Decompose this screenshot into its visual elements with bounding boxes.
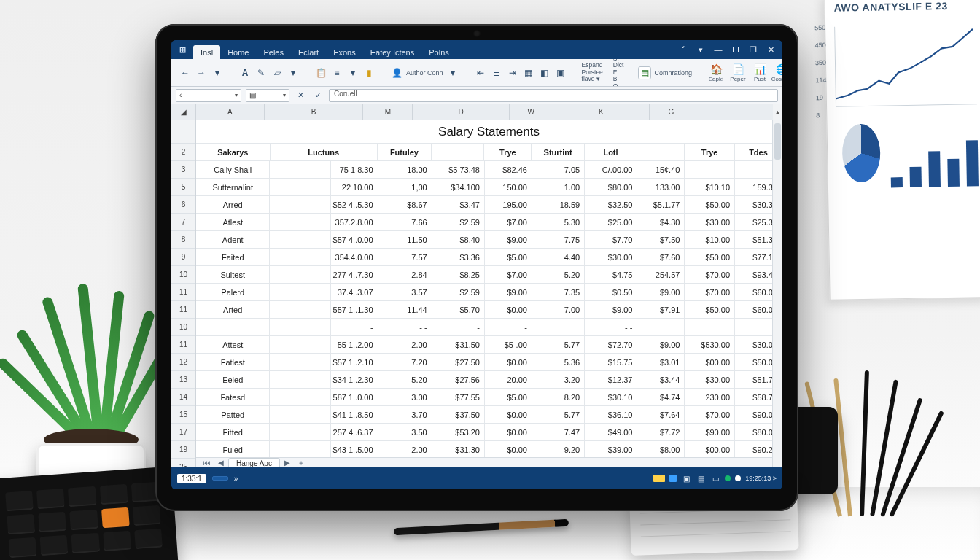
ribbon-tab-insl[interactable]: Insl: [193, 45, 220, 59]
list-icon[interactable]: ≣: [490, 66, 503, 79]
cell[interactable]: Fitted: [196, 424, 270, 441]
cell[interactable]: 7.75: [532, 231, 585, 249]
cell[interactable]: $49.00: [585, 424, 637, 441]
cell[interactable]: $3.44: [637, 371, 685, 389]
cell[interactable]: Cally Shall: [196, 161, 270, 179]
secondary-box[interactable]: ▤ ▾: [246, 89, 289, 102]
cell[interactable]: $57 1..2.10: [331, 354, 378, 371]
tray-app-icon[interactable]: [669, 475, 677, 482]
cell[interactable]: $70.00: [685, 284, 735, 301]
cell[interactable]: $82.46: [485, 161, 532, 179]
cell[interactable]: 7.66: [378, 214, 432, 231]
cell[interactable]: $3.01: [637, 354, 685, 371]
cell[interactable]: 2.00: [378, 336, 432, 354]
col-header-G[interactable]: G: [650, 104, 693, 120]
cell[interactable]: $50.00: [685, 196, 735, 214]
cell[interactable]: 5.20: [532, 266, 585, 284]
cell[interactable]: Palerd: [196, 284, 270, 301]
cell[interactable]: 5.20: [378, 371, 432, 389]
minimize-button[interactable]: —: [711, 44, 726, 55]
maximize-button[interactable]: [728, 44, 743, 55]
arrow-left-icon[interactable]: ‹: [179, 91, 182, 99]
cell[interactable]: Fatesd: [196, 389, 270, 406]
cell[interactable]: 18.59: [532, 196, 585, 214]
cell[interactable]: $70.00: [685, 406, 735, 424]
col-header-D[interactable]: D: [413, 104, 510, 120]
cell[interactable]: Fatlest: [196, 354, 270, 371]
name-box[interactable]: ‹ ▾: [176, 89, 241, 102]
cell[interactable]: 5.30: [532, 214, 585, 231]
cells-grid[interactable]: Salary StatementsSakarysLuctunsFutuleyTr…: [196, 120, 782, 457]
vertical-scrollbar[interactable]: ▲: [772, 120, 782, 467]
cell[interactable]: 8.20: [532, 389, 585, 406]
header-cell[interactable]: [432, 144, 484, 161]
cell[interactable]: $43 1..5.00: [331, 441, 378, 457]
cell[interactable]: $7.50: [637, 231, 685, 249]
cell[interactable]: $53.20: [432, 424, 485, 441]
cell[interactable]: [270, 249, 330, 266]
cell[interactable]: $31.30: [432, 441, 485, 457]
cell[interactable]: $8.67: [378, 196, 432, 214]
cell[interactable]: $9.00: [637, 336, 685, 354]
cell[interactable]: $50.00: [685, 301, 735, 319]
cell[interactable]: [270, 284, 330, 301]
cell[interactable]: $15.75: [585, 354, 637, 371]
cell[interactable]: $34.100: [432, 179, 485, 196]
cell[interactable]: [270, 266, 330, 284]
header-cell[interactable]: Luctuns: [271, 144, 378, 161]
cell[interactable]: $9.00: [637, 284, 685, 301]
row-header-2[interactable]: 2: [171, 144, 195, 161]
cell[interactable]: 7.00: [532, 301, 585, 319]
outdent-icon[interactable]: ⇤: [474, 66, 487, 79]
cell[interactable]: Attest: [196, 336, 270, 354]
cell[interactable]: 11.44: [378, 301, 432, 319]
row-header-7[interactable]: 7: [171, 214, 195, 231]
row-header-11[interactable]: 11: [171, 284, 195, 301]
cell[interactable]: 354.4.0.00: [331, 249, 378, 266]
tray-network-icon[interactable]: ▤: [696, 473, 706, 483]
cell[interactable]: [270, 371, 330, 389]
cell[interactable]: 4.40: [532, 249, 585, 266]
cell[interactable]: $7.00: [485, 266, 532, 284]
dict-stack[interactable]: S. Dict E B-Q: [613, 59, 624, 87]
cell[interactable]: $8.00: [637, 441, 685, 457]
cell[interactable]: 7.57: [378, 249, 432, 266]
cell[interactable]: 2.84: [378, 266, 432, 284]
cell[interactable]: $8.25: [432, 266, 485, 284]
cell[interactable]: 22 10.00: [331, 179, 378, 196]
cell[interactable]: 7.35: [532, 284, 585, 301]
dropdown-small-icon[interactable]: ▾: [287, 66, 300, 79]
taskbar-expand-icon[interactable]: »: [234, 475, 238, 483]
cell[interactable]: $7.70: [585, 231, 637, 249]
row-header-5[interactable]: 5: [171, 179, 195, 196]
cell[interactable]: 277 4..7.30: [331, 266, 378, 284]
cell[interactable]: $0.00: [485, 441, 532, 457]
ribbon-big-coserer[interactable]: 🌐Coserer: [772, 63, 782, 82]
sheet-tab-active[interactable]: Hange Apc: [228, 458, 280, 468]
tray-battery-icon[interactable]: ▭: [710, 473, 720, 483]
cell[interactable]: [270, 196, 330, 214]
cell[interactable]: [685, 319, 735, 336]
cell[interactable]: - -: [585, 319, 637, 336]
row-header-title[interactable]: [171, 120, 195, 144]
cell[interactable]: [270, 179, 330, 196]
row-header-17[interactable]: 17: [171, 424, 195, 441]
row-header-19[interactable]: 19: [171, 441, 195, 459]
ribbon-tab-home[interactable]: Home: [220, 45, 256, 59]
cell[interactable]: $00.00: [685, 354, 735, 371]
user-icon[interactable]: 👤: [390, 66, 403, 79]
cell[interactable]: Eeled: [196, 371, 270, 389]
cell[interactable]: $72.70: [585, 336, 637, 354]
cell[interactable]: $31.50: [432, 336, 485, 354]
cell[interactable]: $10.00: [685, 231, 735, 249]
cell[interactable]: $34 1..2.30: [331, 371, 378, 389]
taskbar-app-button[interactable]: [212, 476, 228, 481]
fill-icon[interactable]: ▣: [554, 66, 567, 79]
cell[interactable]: 3.20: [532, 371, 585, 389]
cell[interactable]: 3.70: [378, 406, 432, 424]
cell[interactable]: 3.00: [378, 389, 432, 406]
cell[interactable]: [532, 319, 585, 336]
cell[interactable]: $0.00: [485, 406, 532, 424]
sheet-nav-first-icon[interactable]: ⏮: [201, 459, 214, 467]
row-header-8[interactable]: 8: [171, 231, 195, 249]
